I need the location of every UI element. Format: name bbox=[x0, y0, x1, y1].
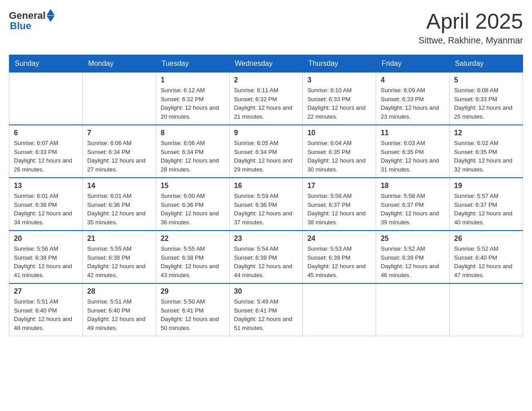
day-number: 19 bbox=[454, 182, 518, 190]
table-row: 18Sunrise: 5:58 AMSunset: 6:37 PMDayligh… bbox=[376, 178, 450, 231]
table-row: 6Sunrise: 6:07 AMSunset: 6:33 PMDaylight… bbox=[9, 125, 83, 178]
day-info: Sunrise: 6:06 AMSunset: 6:34 PMDaylight:… bbox=[161, 139, 225, 174]
table-row: 4Sunrise: 6:09 AMSunset: 6:33 PMDaylight… bbox=[376, 73, 450, 125]
table-row: 11Sunrise: 6:03 AMSunset: 6:35 PMDayligh… bbox=[376, 125, 450, 178]
day-number: 11 bbox=[381, 129, 445, 137]
table-row: 29Sunrise: 5:50 AMSunset: 6:41 PMDayligh… bbox=[156, 283, 229, 336]
day-number: 9 bbox=[234, 129, 298, 137]
table-row: 1Sunrise: 6:12 AMSunset: 6:32 PMDaylight… bbox=[156, 73, 229, 125]
table-row: 17Sunrise: 5:58 AMSunset: 6:37 PMDayligh… bbox=[303, 178, 376, 231]
logo-general-text: General bbox=[9, 10, 46, 21]
calendar-week-row: 13Sunrise: 6:01 AMSunset: 6:36 PMDayligh… bbox=[9, 178, 523, 231]
table-row: 3Sunrise: 6:10 AMSunset: 6:33 PMDaylight… bbox=[303, 73, 376, 125]
day-number: 30 bbox=[234, 287, 298, 295]
day-info: Sunrise: 6:07 AMSunset: 6:33 PMDaylight:… bbox=[14, 139, 78, 174]
day-number: 2 bbox=[234, 76, 298, 84]
table-row: 13Sunrise: 6:01 AMSunset: 6:36 PMDayligh… bbox=[9, 178, 83, 231]
calendar-week-row: 1Sunrise: 6:12 AMSunset: 6:32 PMDaylight… bbox=[9, 73, 523, 125]
day-number: 28 bbox=[87, 287, 151, 295]
col-tuesday: Tuesday bbox=[156, 55, 229, 73]
table-row: 25Sunrise: 5:52 AMSunset: 6:39 PMDayligh… bbox=[376, 231, 450, 283]
day-number: 29 bbox=[161, 287, 225, 295]
day-number: 24 bbox=[307, 235, 371, 243]
table-row: 27Sunrise: 5:51 AMSunset: 6:40 PMDayligh… bbox=[9, 283, 83, 336]
day-info: Sunrise: 5:56 AMSunset: 6:38 PMDaylight:… bbox=[14, 244, 78, 279]
table-row: 12Sunrise: 6:02 AMSunset: 6:35 PMDayligh… bbox=[450, 125, 523, 178]
day-number: 20 bbox=[14, 235, 78, 243]
col-friday: Friday bbox=[376, 55, 450, 73]
day-info: Sunrise: 6:03 AMSunset: 6:35 PMDaylight:… bbox=[381, 139, 445, 174]
day-number: 8 bbox=[161, 129, 225, 137]
calendar-table: Sunday Monday Tuesday Wednesday Thursday… bbox=[9, 55, 523, 336]
day-number: 10 bbox=[307, 129, 371, 137]
day-number: 26 bbox=[454, 235, 518, 243]
day-info: Sunrise: 6:01 AMSunset: 6:36 PMDaylight:… bbox=[14, 192, 78, 227]
day-info: Sunrise: 5:55 AMSunset: 6:38 PMDaylight:… bbox=[161, 244, 225, 279]
day-info: Sunrise: 5:53 AMSunset: 6:39 PMDaylight:… bbox=[307, 244, 371, 279]
day-info: Sunrise: 6:04 AMSunset: 6:35 PMDaylight:… bbox=[307, 139, 371, 174]
location-subtitle: Sittwe, Rakhine, Myanmar bbox=[419, 35, 523, 46]
day-number: 15 bbox=[161, 182, 225, 190]
table-row: 21Sunrise: 5:55 AMSunset: 6:38 PMDayligh… bbox=[82, 231, 156, 283]
table-row: 20Sunrise: 5:56 AMSunset: 6:38 PMDayligh… bbox=[9, 231, 83, 283]
day-number: 6 bbox=[14, 129, 78, 137]
day-number: 18 bbox=[381, 182, 445, 190]
day-info: Sunrise: 5:52 AMSunset: 6:40 PMDaylight:… bbox=[454, 244, 518, 279]
day-number: 27 bbox=[14, 287, 78, 295]
day-info: Sunrise: 5:59 AMSunset: 6:36 PMDaylight:… bbox=[234, 192, 298, 227]
day-info: Sunrise: 5:50 AMSunset: 6:41 PMDaylight:… bbox=[161, 297, 225, 332]
day-info: Sunrise: 5:52 AMSunset: 6:39 PMDaylight:… bbox=[381, 244, 445, 279]
col-wednesday: Wednesday bbox=[229, 55, 303, 73]
logo-triangle-down bbox=[47, 16, 55, 22]
day-number: 4 bbox=[381, 76, 445, 84]
day-info: Sunrise: 6:06 AMSunset: 6:34 PMDaylight:… bbox=[87, 139, 151, 174]
table-row: 22Sunrise: 5:55 AMSunset: 6:38 PMDayligh… bbox=[156, 231, 229, 283]
day-info: Sunrise: 6:05 AMSunset: 6:34 PMDaylight:… bbox=[234, 139, 298, 174]
table-row: 24Sunrise: 5:53 AMSunset: 6:39 PMDayligh… bbox=[303, 231, 376, 283]
table-row: 8Sunrise: 6:06 AMSunset: 6:34 PMDaylight… bbox=[156, 125, 229, 178]
table-row: 23Sunrise: 5:54 AMSunset: 6:39 PMDayligh… bbox=[229, 231, 303, 283]
day-number: 5 bbox=[454, 76, 518, 84]
day-info: Sunrise: 6:01 AMSunset: 6:36 PMDaylight:… bbox=[87, 192, 151, 227]
day-info: Sunrise: 6:00 AMSunset: 6:36 PMDaylight:… bbox=[161, 192, 225, 227]
table-row: 19Sunrise: 5:57 AMSunset: 6:37 PMDayligh… bbox=[450, 178, 523, 231]
day-number: 13 bbox=[14, 182, 78, 190]
title-section: April 2025 Sittwe, Rakhine, Myanmar bbox=[419, 9, 523, 46]
table-row: 28Sunrise: 5:51 AMSunset: 6:40 PMDayligh… bbox=[82, 283, 156, 336]
day-info: Sunrise: 6:02 AMSunset: 6:35 PMDaylight:… bbox=[454, 139, 518, 174]
month-year-title: April 2025 bbox=[419, 9, 523, 34]
day-info: Sunrise: 5:54 AMSunset: 6:39 PMDaylight:… bbox=[234, 244, 298, 279]
day-number: 23 bbox=[234, 235, 298, 243]
logo: General Blue bbox=[9, 9, 55, 32]
col-monday: Monday bbox=[82, 55, 156, 73]
table-row: 2Sunrise: 6:11 AMSunset: 6:32 PMDaylight… bbox=[229, 73, 303, 125]
day-number: 7 bbox=[87, 129, 151, 137]
day-number: 16 bbox=[234, 182, 298, 190]
day-number: 12 bbox=[454, 129, 518, 137]
day-number: 21 bbox=[87, 235, 151, 243]
logo-blue-text: Blue bbox=[10, 20, 31, 32]
day-info: Sunrise: 6:11 AMSunset: 6:32 PMDaylight:… bbox=[234, 86, 298, 121]
col-sunday: Sunday bbox=[9, 55, 83, 73]
day-info: Sunrise: 5:51 AMSunset: 6:40 PMDaylight:… bbox=[87, 297, 151, 332]
day-number: 1 bbox=[161, 76, 225, 84]
day-info: Sunrise: 6:12 AMSunset: 6:32 PMDaylight:… bbox=[161, 86, 225, 121]
page-header: General Blue April 2025 Sittwe, Rakhine,… bbox=[9, 9, 523, 46]
calendar-header-row: Sunday Monday Tuesday Wednesday Thursday… bbox=[9, 55, 523, 73]
table-row: 5Sunrise: 6:08 AMSunset: 6:33 PMDaylight… bbox=[450, 73, 523, 125]
logo-triangle-up bbox=[47, 9, 55, 15]
day-info: Sunrise: 5:58 AMSunset: 6:37 PMDaylight:… bbox=[307, 192, 371, 227]
table-row bbox=[376, 283, 450, 336]
table-row: 14Sunrise: 6:01 AMSunset: 6:36 PMDayligh… bbox=[82, 178, 156, 231]
calendar-week-row: 20Sunrise: 5:56 AMSunset: 6:38 PMDayligh… bbox=[9, 231, 523, 283]
day-info: Sunrise: 6:09 AMSunset: 6:33 PMDaylight:… bbox=[381, 86, 445, 121]
calendar-week-row: 6Sunrise: 6:07 AMSunset: 6:33 PMDaylight… bbox=[9, 125, 523, 178]
table-row: 10Sunrise: 6:04 AMSunset: 6:35 PMDayligh… bbox=[303, 125, 376, 178]
day-number: 3 bbox=[307, 76, 371, 84]
day-number: 14 bbox=[87, 182, 151, 190]
day-number: 25 bbox=[381, 235, 445, 243]
day-info: Sunrise: 5:57 AMSunset: 6:37 PMDaylight:… bbox=[454, 192, 518, 227]
day-info: Sunrise: 5:58 AMSunset: 6:37 PMDaylight:… bbox=[381, 192, 445, 227]
table-row bbox=[450, 283, 523, 336]
table-row bbox=[9, 73, 83, 125]
